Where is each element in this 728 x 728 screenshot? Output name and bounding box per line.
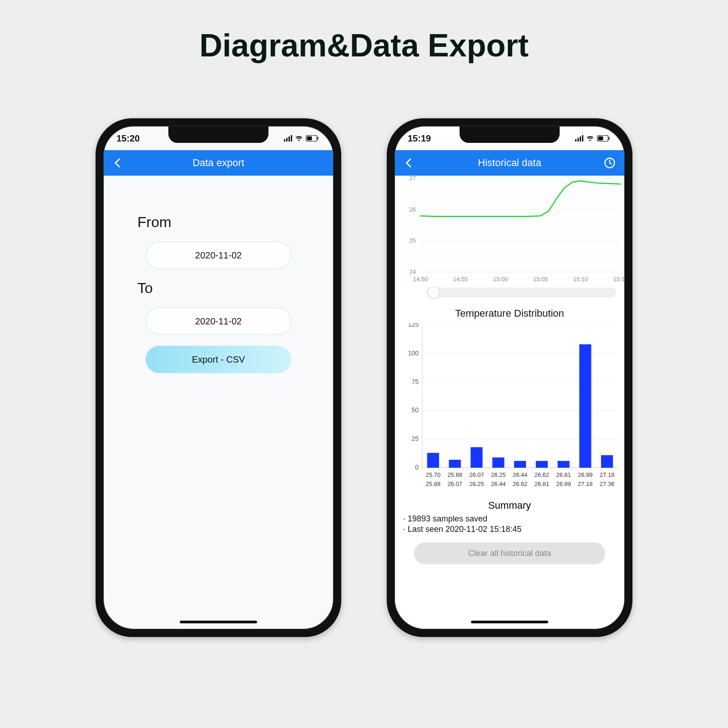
status-indicators bbox=[284, 135, 318, 142]
phone-notch bbox=[168, 126, 268, 143]
svg-text:26.25: 26.25 bbox=[491, 471, 506, 478]
navbar-title: Historical data bbox=[478, 157, 541, 169]
svg-rect-2 bbox=[318, 137, 318, 140]
svg-text:26.44: 26.44 bbox=[491, 480, 506, 487]
svg-text:26: 26 bbox=[410, 206, 416, 213]
status-indicators bbox=[575, 135, 610, 142]
wifi-icon bbox=[586, 135, 594, 142]
svg-rect-1 bbox=[307, 136, 312, 141]
to-label: To bbox=[137, 280, 315, 297]
chart-time-slider-handle[interactable] bbox=[428, 287, 440, 298]
temperature-distribution-chart[interactable]: 025507510012525.7025.8825.8826.0726.0726… bbox=[395, 323, 624, 491]
navbar: Historical data bbox=[395, 150, 624, 176]
svg-text:26.25: 26.25 bbox=[469, 480, 484, 487]
phones-row: 15:20 Data export From bbox=[0, 118, 728, 637]
svg-text:15:10: 15:10 bbox=[573, 276, 588, 283]
svg-rect-47 bbox=[514, 461, 526, 468]
svg-rect-38 bbox=[449, 460, 461, 468]
svg-text:0: 0 bbox=[415, 464, 419, 471]
svg-text:27: 27 bbox=[410, 176, 416, 182]
summary-title: Summary bbox=[400, 500, 619, 511]
svg-rect-35 bbox=[427, 453, 439, 468]
svg-text:26.81: 26.81 bbox=[556, 471, 571, 478]
svg-text:50: 50 bbox=[411, 406, 419, 414]
summary-line: · Last seen 2020-11-02 15:18:45 bbox=[403, 525, 619, 534]
to-date-field[interactable]: 2020-11-02 bbox=[146, 308, 291, 335]
svg-text:25: 25 bbox=[411, 435, 419, 442]
svg-text:25.70: 25.70 bbox=[426, 471, 441, 478]
svg-text:26.62: 26.62 bbox=[535, 471, 550, 478]
summary-line: · 19893 samples saved bbox=[403, 514, 619, 524]
svg-rect-56 bbox=[579, 344, 591, 468]
svg-text:27.18: 27.18 bbox=[578, 480, 593, 487]
svg-rect-41 bbox=[470, 447, 482, 468]
svg-text:14:50: 14:50 bbox=[413, 276, 428, 283]
summary-block: Summary · 19893 samples saved · Last see… bbox=[395, 491, 624, 534]
back-icon[interactable] bbox=[112, 157, 124, 169]
svg-text:26.62: 26.62 bbox=[513, 480, 528, 487]
back-icon[interactable] bbox=[403, 157, 415, 169]
signal-icon bbox=[284, 135, 292, 142]
svg-text:100: 100 bbox=[408, 349, 419, 357]
svg-text:24: 24 bbox=[410, 268, 416, 275]
svg-text:26.81: 26.81 bbox=[535, 480, 550, 487]
svg-text:25.88: 25.88 bbox=[447, 471, 462, 478]
svg-text:75: 75 bbox=[411, 378, 419, 385]
svg-text:27.36: 27.36 bbox=[600, 480, 615, 487]
clear-historical-data-button[interactable]: Clear all historical data bbox=[414, 542, 605, 564]
export-csv-button[interactable]: Export - CSV bbox=[146, 346, 291, 373]
svg-rect-5 bbox=[609, 137, 610, 140]
from-label: From bbox=[137, 214, 315, 231]
navbar-title: Data export bbox=[192, 157, 244, 169]
svg-text:15:00: 15:00 bbox=[493, 276, 508, 283]
temperature-line-chart[interactable]: 2425262714:5014:5515:0015:0515:1015:15 bbox=[395, 176, 624, 285]
svg-text:26.44: 26.44 bbox=[513, 471, 528, 478]
status-time: 15:20 bbox=[116, 133, 140, 144]
svg-rect-59 bbox=[601, 455, 613, 468]
svg-text:26.07: 26.07 bbox=[447, 480, 462, 487]
svg-text:15:05: 15:05 bbox=[533, 276, 548, 283]
phone-notch bbox=[460, 126, 560, 143]
chart-time-slider[interactable] bbox=[427, 288, 616, 298]
page-title: Diagram&Data Export bbox=[0, 27, 728, 64]
clock-icon[interactable] bbox=[603, 157, 616, 169]
home-indicator[interactable] bbox=[180, 621, 257, 623]
home-indicator[interactable] bbox=[471, 621, 548, 623]
svg-text:25: 25 bbox=[410, 237, 416, 244]
svg-text:26.99: 26.99 bbox=[578, 471, 593, 478]
svg-text:26.07: 26.07 bbox=[469, 471, 484, 478]
svg-rect-4 bbox=[598, 136, 603, 141]
svg-text:25.88: 25.88 bbox=[426, 480, 441, 487]
svg-text:26.99: 26.99 bbox=[556, 480, 571, 487]
svg-text:125: 125 bbox=[408, 323, 419, 328]
svg-rect-53 bbox=[557, 461, 569, 468]
signal-icon bbox=[575, 135, 583, 142]
svg-text:27.18: 27.18 bbox=[600, 471, 615, 478]
historical-content: 2425262714:5014:5515:0015:0515:1015:15 T… bbox=[395, 176, 624, 630]
export-content: From 2020-11-02 To 2020-11-02 Export - C… bbox=[104, 176, 333, 629]
wifi-icon bbox=[295, 135, 303, 142]
svg-rect-50 bbox=[536, 461, 548, 468]
from-date-field[interactable]: 2020-11-02 bbox=[146, 242, 291, 269]
svg-rect-44 bbox=[492, 457, 504, 468]
navbar: Data export bbox=[104, 150, 333, 176]
svg-text:14:55: 14:55 bbox=[453, 276, 468, 283]
battery-icon bbox=[306, 135, 318, 142]
phone-data-export: 15:20 Data export From bbox=[96, 118, 341, 637]
svg-text:15:15: 15:15 bbox=[613, 276, 624, 283]
status-time: 15:19 bbox=[408, 133, 431, 144]
phone-historical-data: 15:19 Historical data bbox=[387, 118, 632, 637]
bottom-spacer bbox=[0, 637, 728, 728]
bar-chart-title: Temperature Distribution bbox=[395, 308, 624, 319]
battery-icon bbox=[597, 135, 610, 142]
